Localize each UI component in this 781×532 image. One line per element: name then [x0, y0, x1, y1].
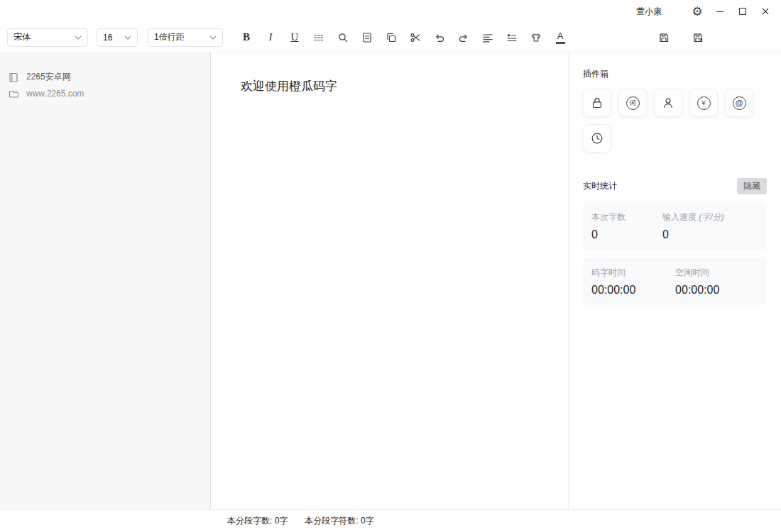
search-button[interactable]	[334, 28, 352, 47]
stat-value: 0	[662, 228, 758, 241]
align-icon	[482, 32, 493, 43]
plugin-at-button[interactable]: @	[725, 89, 753, 117]
line-spacing-value: 1倍行距	[154, 31, 185, 43]
folder-icon	[9, 89, 18, 99]
plugin-timer-button[interactable]	[583, 124, 611, 153]
editor-area[interactable]: 欢迎使用橙瓜码字	[211, 52, 568, 509]
minimize-button[interactable]	[714, 6, 726, 17]
cut-button[interactable]	[406, 28, 425, 47]
minimize-icon	[716, 7, 724, 16]
close-icon	[761, 7, 770, 16]
search-icon	[337, 32, 349, 43]
toolbar: 宋体 16 1倍行距 B I U	[0, 23, 781, 52]
sidebar-item-label: 2265安卓网	[26, 71, 71, 83]
close-button[interactable]	[760, 6, 771, 17]
save-as-icon	[692, 32, 704, 43]
underline-button[interactable]: U	[285, 28, 304, 47]
status-bar: 本分段字数: 0字 本分段字符数: 0字	[0, 509, 781, 532]
username[interactable]: 萱小康	[636, 6, 662, 18]
lock-icon	[590, 96, 604, 110]
dashed-lines-button[interactable]	[310, 28, 328, 47]
scissors-icon	[410, 32, 421, 43]
stats-title: 实时统计	[583, 180, 617, 192]
chevron-down-icon	[75, 35, 82, 40]
indent-button[interactable]	[503, 28, 521, 47]
yen-circle-icon: ¥	[697, 96, 711, 110]
hide-stats-button[interactable]: 隐藏	[737, 178, 767, 194]
undo-icon	[434, 32, 445, 43]
word-circle-icon: 词	[626, 96, 640, 110]
bold-button[interactable]: B	[237, 28, 256, 47]
undo-button[interactable]	[430, 28, 449, 47]
underline-icon: U	[291, 32, 299, 43]
stat-label: 码字时间	[591, 267, 675, 279]
plugin-currency-button[interactable]: ¥	[689, 89, 718, 117]
save-as-button[interactable]	[689, 28, 707, 47]
stat-idle-time: 空闲时间 00:00:00	[675, 267, 758, 297]
at-circle-icon: @	[733, 96, 746, 110]
stat-label: 空闲时间	[675, 267, 758, 279]
titlebar: 萱小康 ⚙	[0, 0, 781, 23]
sidebar-item-book[interactable]: 2265安卓网	[0, 68, 210, 86]
dashed-lines-icon	[313, 32, 324, 43]
clock-icon	[590, 131, 604, 145]
tshirt-icon	[530, 32, 542, 43]
sidebar: 2265安卓网 www.2265.com	[0, 52, 211, 509]
chevron-down-icon	[209, 35, 217, 40]
stat-session-words: 本次字数 0	[591, 211, 662, 241]
bold-icon: B	[243, 32, 250, 43]
font-family-select[interactable]: 宋体	[7, 28, 88, 47]
save-button[interactable]	[655, 28, 673, 47]
italic-icon: I	[269, 32, 273, 43]
font-size-value: 16	[103, 33, 112, 43]
toolbar-right-group	[655, 28, 713, 47]
plugin-person-button[interactable]	[654, 89, 682, 117]
book-icon	[9, 72, 18, 82]
indent-icon	[506, 32, 518, 43]
segment-char-count: 本分段字符数: 0字	[305, 515, 373, 527]
theme-button[interactable]	[527, 28, 545, 47]
stat-value: 00:00:00	[591, 284, 675, 297]
plugin-word-button[interactable]: 词	[618, 89, 647, 117]
settings-button[interactable]: ⚙	[692, 6, 703, 17]
plugin-lock-button[interactable]	[583, 89, 611, 117]
sidebar-item-folder[interactable]: www.2265.com	[0, 86, 210, 101]
maximize-button[interactable]	[737, 6, 748, 17]
font-color-icon: A	[556, 31, 565, 44]
stat-value: 00:00:00	[675, 284, 758, 297]
copy-button[interactable]	[382, 28, 400, 47]
stats-card-times: 码字时间 00:00:00 空闲时间 00:00:00	[583, 258, 767, 305]
font-family-value: 宋体	[13, 31, 31, 43]
gear-icon: ⚙	[692, 6, 702, 18]
stat-label: 输入速度 (字/分)	[662, 211, 758, 223]
align-button[interactable]	[479, 28, 497, 47]
plugin-grid: 词 ¥ @	[583, 89, 760, 153]
main-body: 2265安卓网 www.2265.com 欢迎使用橙瓜码字 插件箱	[0, 52, 781, 509]
app-window: 萱小康 ⚙ 宋体 16 1倍行距 B I	[0, 0, 781, 532]
stats-card-counts: 本次字数 0 输入速度 (字/分) 0	[583, 203, 767, 250]
right-panel: 插件箱 词	[568, 52, 781, 509]
stats-header: 实时统计 隐藏	[583, 178, 767, 194]
stat-typing-time: 码字时间 00:00:00	[591, 267, 675, 297]
clipboard-icon	[361, 32, 373, 43]
stat-input-speed: 输入速度 (字/分) 0	[662, 211, 758, 241]
clipboard-button[interactable]	[358, 28, 376, 47]
stat-label: 本次字数	[591, 211, 662, 223]
italic-button[interactable]: I	[261, 28, 280, 47]
redo-button[interactable]	[454, 28, 473, 47]
maximize-icon	[738, 7, 747, 16]
segment-word-count: 本分段字数: 0字	[227, 515, 288, 527]
font-size-select[interactable]: 16	[97, 28, 138, 47]
editor-text: 欢迎使用橙瓜码字	[241, 79, 337, 93]
redo-icon	[458, 32, 469, 43]
save-icon	[658, 32, 670, 43]
chevron-down-icon	[124, 35, 131, 40]
person-icon	[661, 96, 675, 110]
line-spacing-select[interactable]: 1倍行距	[148, 28, 223, 47]
copy-icon	[386, 32, 397, 43]
stat-value: 0	[591, 228, 662, 241]
font-color-button[interactable]: A	[551, 28, 569, 47]
plugin-box-title: 插件箱	[583, 68, 767, 80]
sidebar-item-label: www.2265.com	[26, 89, 84, 99]
